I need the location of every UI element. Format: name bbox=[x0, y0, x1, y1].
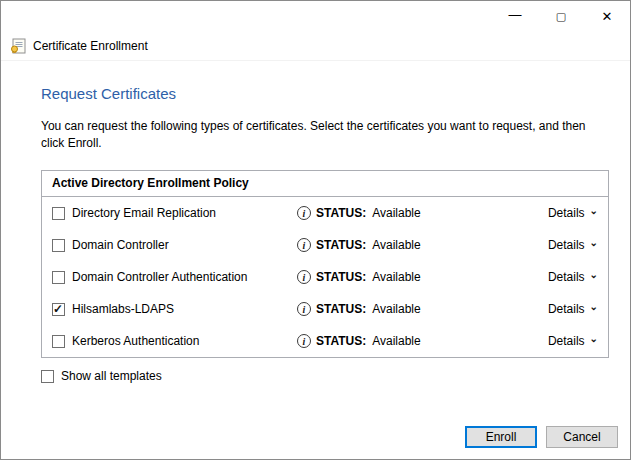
status-label: STATUS: bbox=[316, 334, 366, 348]
policy-header: Active Directory Enrollment Policy bbox=[42, 171, 608, 197]
enroll-button[interactable]: Enroll bbox=[465, 426, 537, 448]
details-label: Details bbox=[548, 238, 585, 252]
details-toggle[interactable]: Details ⌄ bbox=[548, 206, 598, 220]
details-toggle[interactable]: Details ⌄ bbox=[548, 302, 598, 316]
certificate-enrollment-window: — ▢ ✕ Certificate Enrollment Request Cer… bbox=[0, 0, 631, 460]
page-title: Request Certificates bbox=[41, 85, 607, 102]
details-toggle[interactable]: Details ⌄ bbox=[548, 270, 598, 284]
template-name: Domain Controller bbox=[72, 238, 297, 252]
template-checkbox[interactable] bbox=[52, 335, 65, 348]
details-label: Details bbox=[548, 302, 585, 316]
info-icon: i bbox=[297, 334, 311, 348]
certificate-enrollment-icon bbox=[10, 38, 27, 54]
template-name: Hilsamlabs-LDAPS bbox=[72, 302, 297, 316]
enrollment-policy-panel: Active Directory Enrollment Policy Direc… bbox=[41, 170, 609, 358]
details-label: Details bbox=[548, 270, 585, 284]
info-icon: i bbox=[297, 238, 311, 252]
app-header: Certificate Enrollment bbox=[1, 31, 630, 61]
titlebar: — ▢ ✕ bbox=[1, 1, 630, 31]
page-description: You can request the following types of c… bbox=[41, 118, 593, 152]
details-toggle[interactable]: Details ⌄ bbox=[548, 334, 598, 348]
show-all-templates-row: Show all templates bbox=[41, 369, 607, 383]
status-value: Available bbox=[372, 206, 420, 220]
button-bar: Enroll Cancel bbox=[465, 426, 618, 448]
status-label: STATUS: bbox=[316, 206, 366, 220]
template-checkbox[interactable] bbox=[52, 207, 65, 220]
show-all-templates-label: Show all templates bbox=[61, 369, 162, 383]
status-label: STATUS: bbox=[316, 302, 366, 316]
maximize-button[interactable]: ▢ bbox=[538, 1, 584, 31]
info-icon: i bbox=[297, 302, 311, 316]
template-row-kerberos-authentication: Kerberos Authentication i STATUS: Availa… bbox=[42, 325, 608, 357]
chevron-down-icon: ⌄ bbox=[590, 270, 598, 284]
app-title: Certificate Enrollment bbox=[33, 39, 148, 53]
info-icon: i bbox=[297, 270, 311, 284]
status-value: Available bbox=[372, 334, 420, 348]
template-row-domain-controller: Domain Controller i STATUS: Available De… bbox=[42, 229, 608, 261]
info-icon: i bbox=[297, 206, 311, 220]
template-row-domain-controller-authentication: Domain Controller Authentication i STATU… bbox=[42, 261, 608, 293]
chevron-down-icon: ⌄ bbox=[590, 302, 598, 316]
template-name: Kerberos Authentication bbox=[72, 334, 297, 348]
chevron-down-icon: ⌄ bbox=[590, 334, 598, 348]
status-value: Available bbox=[372, 302, 420, 316]
cancel-button[interactable]: Cancel bbox=[546, 426, 618, 448]
main-content: Request Certificates You can request the… bbox=[1, 61, 630, 383]
status-value: Available bbox=[372, 238, 420, 252]
minimize-button[interactable]: — bbox=[492, 1, 538, 31]
template-checkbox[interactable] bbox=[52, 239, 65, 252]
template-row-hilsamlabs-ldaps: Hilsamlabs-LDAPS i STATUS: Available Det… bbox=[42, 293, 608, 325]
chevron-down-icon: ⌄ bbox=[590, 206, 598, 220]
template-name: Directory Email Replication bbox=[72, 206, 297, 220]
status-value: Available bbox=[372, 270, 420, 284]
show-all-templates-checkbox[interactable] bbox=[41, 370, 54, 383]
template-name: Domain Controller Authentication bbox=[72, 270, 297, 284]
details-toggle[interactable]: Details ⌄ bbox=[548, 238, 598, 252]
status-label: STATUS: bbox=[316, 238, 366, 252]
template-checkbox[interactable] bbox=[52, 303, 65, 316]
template-row-directory-email-replication: Directory Email Replication i STATUS: Av… bbox=[42, 197, 608, 229]
details-label: Details bbox=[548, 206, 585, 220]
template-checkbox[interactable] bbox=[52, 271, 65, 284]
status-label: STATUS: bbox=[316, 270, 366, 284]
chevron-down-icon: ⌄ bbox=[590, 238, 598, 252]
details-label: Details bbox=[548, 334, 585, 348]
close-button[interactable]: ✕ bbox=[584, 1, 630, 31]
